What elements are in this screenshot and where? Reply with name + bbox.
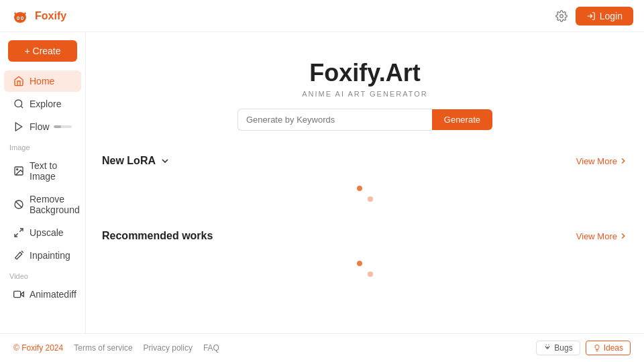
recommended-works-header: Recommended works View More (102, 230, 628, 242)
sidebar-item-inpainting[interactable]: Inpainting (4, 245, 81, 266)
ideas-button[interactable]: Ideas (586, 341, 631, 355)
hero-section: Foxify.Art ANIME AI ART GENERATOR Genera… (86, 32, 644, 147)
flow-progress-fill (54, 125, 61, 128)
login-label: Login (600, 11, 623, 21)
recommended-works-view-more[interactable]: View More (576, 231, 628, 241)
sidebar-item-upscale-label: Upscale (30, 227, 64, 238)
sidebar-item-animatediff-label: Animatediff (30, 289, 76, 300)
recommended-works-view-more-label: View More (576, 231, 617, 241)
spinner-2 (357, 261, 373, 277)
login-icon (586, 11, 596, 21)
recommended-works-loading (102, 249, 628, 289)
svg-point-9 (15, 100, 22, 107)
bug-icon (543, 344, 551, 352)
create-label: + Create (24, 46, 60, 56)
sidebar-item-animatediff[interactable]: Animatediff (4, 284, 81, 305)
logo: Foxify (11, 7, 66, 25)
sidebar-item-upscale[interactable]: Upscale (4, 222, 81, 243)
svg-line-17 (15, 233, 18, 237)
settings-button[interactable] (555, 10, 568, 22)
recommended-works-title: Recommended works (102, 230, 213, 242)
svg-line-10 (21, 106, 23, 108)
upscale-icon (13, 227, 24, 238)
login-button[interactable]: Login (576, 7, 633, 25)
svg-marker-19 (21, 292, 24, 297)
svg-line-16 (19, 229, 23, 232)
new-lora-view-more-label: View More (576, 156, 617, 166)
copyright: © Foxify 2024 (13, 343, 63, 353)
recommended-works-section: Recommended works View More (86, 222, 644, 297)
hero-title: Foxify.Art (99, 59, 631, 87)
foxify-logo-icon (11, 7, 30, 25)
recommended-works-title-text: Recommended works (102, 230, 213, 242)
remove-background-icon (13, 199, 24, 210)
sidebar-item-flow-label: Flow (30, 121, 50, 132)
logo-text: Foxify (35, 10, 66, 22)
new-lora-header: New LoRA View More (102, 155, 628, 167)
video-section-label: Video (0, 267, 85, 283)
generate-label: Generate (444, 115, 480, 125)
header-actions: Login (555, 7, 633, 25)
flow-bar: Flow (30, 121, 72, 132)
footer-left: © Foxify 2024 Terms of service Privacy p… (13, 343, 219, 353)
image-section-label: Image (0, 138, 85, 154)
svg-point-13 (17, 169, 18, 170)
chevron-right-icon-2 (619, 231, 628, 241)
svg-point-6 (21, 17, 23, 19)
sidebar-item-flow[interactable]: Flow (4, 116, 81, 137)
svg-marker-11 (15, 123, 21, 131)
footer-right: Bugs Ideas (536, 341, 631, 355)
sidebar-item-remove-background[interactable]: Remove Background (4, 188, 81, 221)
sidebar-item-home-label: Home (30, 76, 54, 86)
search-bar: Generate (237, 109, 492, 131)
chevron-right-icon (619, 156, 628, 166)
explore-icon (13, 99, 24, 109)
svg-point-7 (559, 14, 563, 17)
spinner (357, 186, 373, 202)
footer: © Foxify 2024 Terms of service Privacy p… (0, 333, 644, 362)
generate-button[interactable]: Generate (432, 109, 492, 130)
faq-link[interactable]: FAQ (203, 343, 219, 353)
new-lora-view-more[interactable]: View More (576, 156, 628, 166)
chevron-down-icon (160, 156, 170, 166)
search-input[interactable] (237, 109, 432, 131)
hero-subtitle: ANIME AI ART GENERATOR (99, 90, 631, 98)
sidebar-item-remove-background-label: Remove Background (30, 194, 80, 215)
sidebar-item-text-to-image-label: Text to Image (30, 160, 72, 182)
main-content: Foxify.Art ANIME AI ART GENERATOR Genera… (86, 32, 644, 333)
svg-line-15 (15, 201, 22, 208)
svg-line-18 (21, 251, 23, 253)
inpainting-icon (13, 250, 24, 261)
new-lora-section: New LoRA View More (86, 147, 644, 222)
home-icon (13, 76, 24, 86)
terms-link[interactable]: Terms of service (74, 343, 132, 353)
bugs-button[interactable]: Bugs (536, 341, 580, 355)
main-layout: + Create Home Explore Flow (0, 32, 644, 333)
video-icon (13, 289, 24, 300)
sidebar: + Create Home Explore Flow (0, 32, 86, 333)
sidebar-item-text-to-image[interactable]: Text to Image (4, 155, 81, 187)
new-lora-loading (102, 174, 628, 214)
flow-progress-bar (54, 125, 72, 128)
gear-icon (555, 10, 568, 22)
sidebar-item-inpainting-label: Inpainting (30, 250, 70, 261)
header: Foxify Login (0, 0, 644, 32)
privacy-link[interactable]: Privacy policy (144, 343, 193, 353)
svg-point-5 (17, 17, 19, 19)
svg-rect-20 (14, 291, 21, 297)
sidebar-item-explore-label: Explore (30, 99, 61, 109)
ideas-label: Ideas (604, 343, 623, 353)
text-to-image-icon (13, 166, 24, 176)
lightbulb-icon (593, 344, 601, 352)
bugs-label: Bugs (554, 343, 572, 353)
sidebar-item-home[interactable]: Home (4, 70, 81, 92)
flow-icon (13, 121, 24, 132)
new-lora-title: New LoRA (102, 155, 170, 167)
new-lora-title-text: New LoRA (102, 155, 156, 167)
sidebar-item-explore[interactable]: Explore (4, 93, 81, 115)
create-button[interactable]: + Create (8, 40, 77, 62)
